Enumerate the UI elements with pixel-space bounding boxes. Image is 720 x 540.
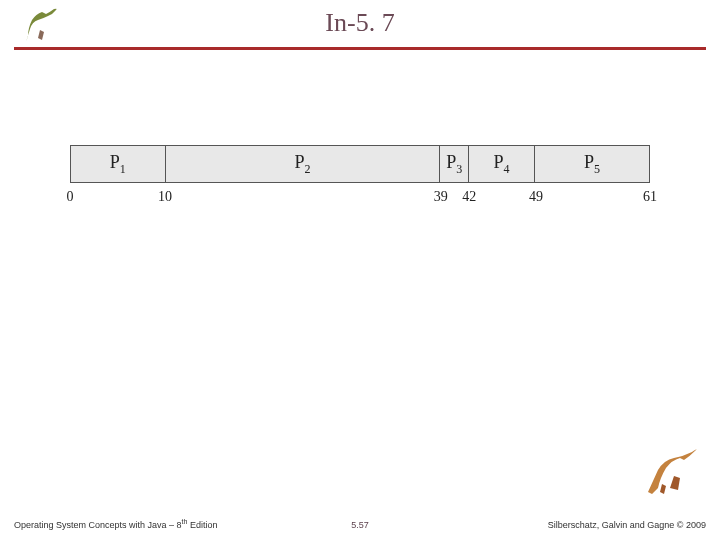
tick-10: 10 <box>158 189 172 205</box>
slide-header: In-5. 7 <box>0 0 720 50</box>
slide-title: In-5. 7 <box>0 0 720 38</box>
gantt-diagram: P1 P2 P3 P4 P5 0 10 39 42 49 61 <box>70 145 650 225</box>
process-p4: P4 <box>494 152 510 177</box>
gantt-segment-p5: P5 <box>535 146 649 182</box>
footer-book-title: Operating System Concepts with Java – 8t… <box>14 518 217 530</box>
tick-49: 49 <box>529 189 543 205</box>
tick-0: 0 <box>67 189 74 205</box>
gantt-segment-p2: P2 <box>166 146 441 182</box>
gantt-bar: P1 P2 P3 P4 P5 <box>70 145 650 183</box>
footer-page-number: 5.57 <box>351 520 369 530</box>
process-p5: P5 <box>584 152 600 177</box>
process-p1: P1 <box>110 152 126 177</box>
gantt-segment-p4: P4 <box>469 146 535 182</box>
gantt-segment-p1: P1 <box>71 146 166 182</box>
tick-61: 61 <box>643 189 657 205</box>
title-underline <box>14 47 706 50</box>
tick-row: 0 10 39 42 49 61 <box>70 189 650 209</box>
dinosaur-icon <box>644 440 704 500</box>
process-p2: P2 <box>295 152 311 177</box>
slide-footer: Operating System Concepts with Java – 8t… <box>0 510 720 530</box>
gantt-segment-p3: P3 <box>440 146 468 182</box>
process-p3: P3 <box>446 152 462 177</box>
footer-copyright: Silberschatz, Galvin and Gagne © 2009 <box>548 520 706 530</box>
tick-42: 42 <box>462 189 476 205</box>
tick-39: 39 <box>434 189 448 205</box>
dinosaur-icon <box>18 4 64 44</box>
